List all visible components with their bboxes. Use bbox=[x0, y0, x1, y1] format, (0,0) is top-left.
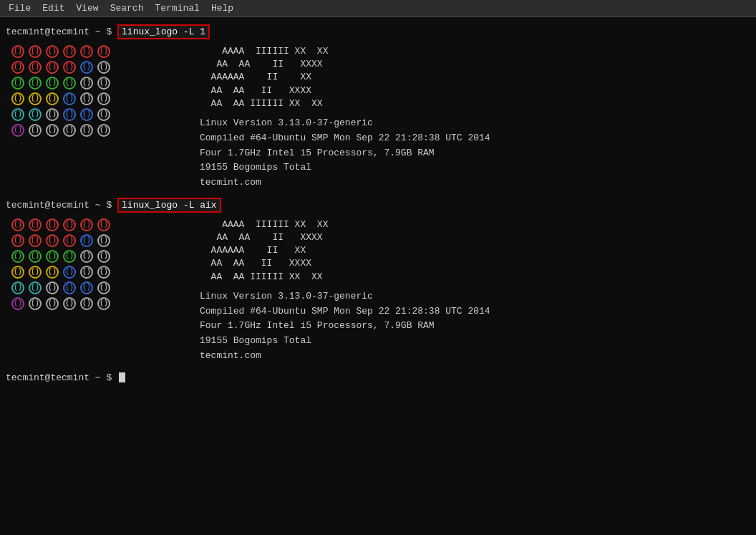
circle: () bbox=[97, 297, 110, 310]
circle: () bbox=[97, 45, 110, 58]
circle: () bbox=[46, 77, 59, 90]
menu-view[interactable]: View bbox=[70, 1, 104, 15]
circle: () bbox=[29, 108, 42, 121]
circle: () bbox=[11, 250, 24, 263]
circle: () bbox=[63, 250, 76, 263]
bottom-prompt: tecmint@tecmint ~ $ bbox=[6, 372, 750, 383]
circle: () bbox=[11, 92, 24, 105]
menu-file[interactable]: File bbox=[3, 1, 37, 15]
circle: () bbox=[11, 234, 24, 247]
circle: () bbox=[80, 77, 93, 90]
circle: () bbox=[63, 218, 76, 231]
circle-row-2-5: () () () () () () bbox=[11, 281, 183, 294]
circle: () bbox=[63, 108, 76, 121]
circle: () bbox=[11, 77, 24, 90]
bottom-prompt-text: tecmint@tecmint ~ $ bbox=[6, 372, 117, 383]
circle-row-1-6: () () () () () () bbox=[11, 124, 183, 137]
circle: () bbox=[29, 281, 42, 294]
circle: () bbox=[46, 108, 59, 121]
circle: () bbox=[11, 45, 24, 58]
circle-row-1-2: () () () () () () bbox=[11, 61, 183, 74]
circle: () bbox=[46, 45, 59, 58]
circle: () bbox=[80, 266, 93, 279]
circle: () bbox=[46, 218, 59, 231]
circle: () bbox=[46, 234, 59, 247]
circle: () bbox=[80, 234, 93, 247]
prompt-text-1: tecmint@tecmint ~ $ bbox=[6, 26, 117, 37]
circle: () bbox=[97, 234, 110, 247]
circle: () bbox=[97, 281, 110, 294]
menu-help[interactable]: Help bbox=[205, 1, 239, 15]
circle: () bbox=[63, 45, 76, 58]
circle: () bbox=[11, 297, 24, 310]
ascii-art-1: AAAA IIIIII XX XX AA AA II XXXX AAAAAA I… bbox=[200, 45, 739, 110]
circle: () bbox=[46, 92, 59, 105]
circle: () bbox=[29, 234, 42, 247]
circle: () bbox=[80, 61, 93, 74]
circle: () bbox=[29, 266, 42, 279]
circles-panel-2: () () () () () () () () () () () () () (… bbox=[6, 216, 188, 367]
circle: () bbox=[46, 124, 59, 137]
circle: () bbox=[11, 218, 24, 231]
circle: () bbox=[11, 108, 24, 121]
circle: () bbox=[97, 266, 110, 279]
circle-row-1-1: () () () () () () bbox=[11, 45, 183, 58]
menu-search[interactable]: Search bbox=[105, 1, 150, 15]
circle: () bbox=[97, 92, 110, 105]
circle-row-1-4: () () () () () () bbox=[11, 92, 183, 105]
circle: () bbox=[63, 77, 76, 90]
circle: () bbox=[11, 124, 24, 137]
circle: () bbox=[29, 124, 42, 137]
circle: () bbox=[46, 281, 59, 294]
circle: () bbox=[97, 250, 110, 263]
prompt-line-1: tecmint@tecmint ~ $ linux_logo -L 1 bbox=[6, 24, 750, 39]
circle-row-2-3: () () () () () () bbox=[11, 250, 183, 263]
circle: () bbox=[80, 297, 93, 310]
circle: () bbox=[97, 61, 110, 74]
circle-row-1-5: () () () () () () bbox=[11, 108, 183, 121]
circle: () bbox=[63, 124, 76, 137]
circle-row-2-2: () () () () () () bbox=[11, 234, 183, 247]
cursor bbox=[119, 372, 125, 382]
circle: () bbox=[46, 266, 59, 279]
circle: () bbox=[80, 281, 93, 294]
circle: () bbox=[80, 218, 93, 231]
info-panel-2: AAAA IIIIII XX XX AA AA II XXXX AAAAAA I… bbox=[188, 216, 750, 367]
circle: () bbox=[29, 297, 42, 310]
circle: () bbox=[46, 297, 59, 310]
circle: () bbox=[97, 218, 110, 231]
system-info-1: Linux Version 3.13.0-37-generic Compiled… bbox=[200, 116, 739, 191]
circle: () bbox=[63, 266, 76, 279]
circle: () bbox=[29, 61, 42, 74]
menu-terminal[interactable]: Terminal bbox=[149, 1, 205, 15]
circles-panel-1: () () () () () () () () () () () () () (… bbox=[6, 42, 188, 193]
logo-section-1: () () () () () () () () () () () () () (… bbox=[6, 42, 750, 193]
circle: () bbox=[80, 108, 93, 121]
circle: () bbox=[80, 45, 93, 58]
command-2: linux_logo -L aix bbox=[117, 198, 221, 213]
system-info-2: Linux Version 3.13.0-37-generic Compiled… bbox=[200, 289, 739, 364]
circle: () bbox=[46, 61, 59, 74]
circle: () bbox=[11, 281, 24, 294]
ascii-art-2: AAAA IIIIII XX XX AA AA II XXXX AAAAAA I… bbox=[200, 218, 739, 284]
info-panel-1: AAAA IIIIII XX XX AA AA II XXXX AAAAAA I… bbox=[188, 42, 750, 193]
terminal: tecmint@tecmint ~ $ linux_logo -L 1 () (… bbox=[0, 17, 756, 535]
circle: () bbox=[63, 297, 76, 310]
menu-edit[interactable]: Edit bbox=[37, 1, 70, 15]
circle: () bbox=[11, 266, 24, 279]
circle: () bbox=[80, 92, 93, 105]
circle: () bbox=[46, 250, 59, 263]
circle: () bbox=[63, 281, 76, 294]
circle: () bbox=[80, 250, 93, 263]
prompt-text-2: tecmint@tecmint ~ $ bbox=[6, 200, 117, 211]
logo-section-2: () () () () () () () () () () () () () (… bbox=[6, 216, 750, 367]
circle: () bbox=[63, 92, 76, 105]
circle-row-2-1: () () () () () () bbox=[11, 218, 183, 231]
circle: () bbox=[63, 234, 76, 247]
circle-row-1-3: () () () () () () bbox=[11, 77, 183, 90]
circle: () bbox=[11, 61, 24, 74]
circle: () bbox=[29, 92, 42, 105]
circle: () bbox=[29, 250, 42, 263]
circle: () bbox=[29, 45, 42, 58]
circle-row-2-6: () () () () () () bbox=[11, 297, 183, 310]
